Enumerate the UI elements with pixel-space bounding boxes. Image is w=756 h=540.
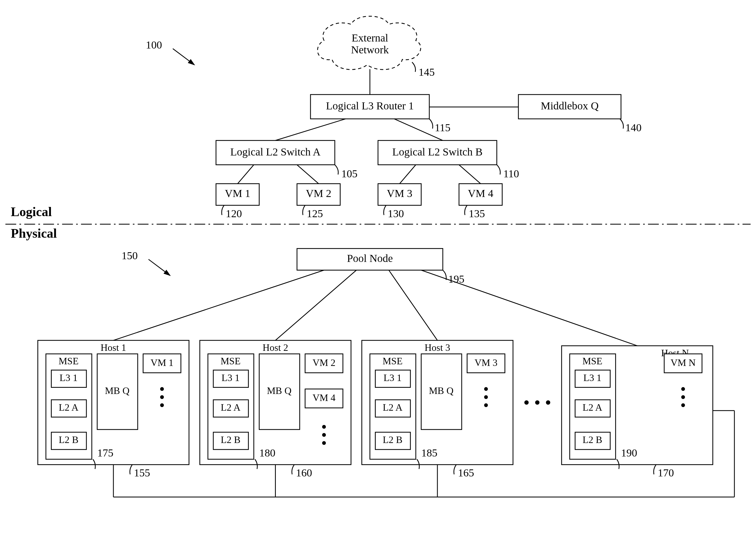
host-2-vmB-label: VM 4 [312,392,335,403]
svg-point-34 [681,403,685,407]
edge-pool-h1 [113,270,324,340]
section-logical-label: Logical [11,204,52,219]
host-2-l3-label: L3 1 [222,372,240,383]
host-2-mb-label: MB Q [267,385,291,396]
ref-105: 105 [341,168,357,180]
host-3-l3-label: L3 1 [383,372,401,383]
host-2-l2a-label: L2 A [221,402,241,413]
switch-a-label: Logical L2 Switch A [230,146,320,158]
ref-140: 140 [625,121,642,134]
svg-point-25 [546,400,550,405]
external-network-l2: Network [351,44,389,56]
ref-135-tick [465,205,467,215]
middlebox-label: Middlebox Q [541,100,599,112]
edge-router-swA [275,119,346,140]
ref-120: 120 [226,207,242,219]
ref-100: 100 [146,39,162,51]
svg-point-11 [322,425,326,429]
edge-swB-vm3 [400,165,416,184]
host-1: Host 1 MSE L3 1 L2 A L2 B MB Q VM 1 [38,340,189,465]
host-n-l2b-label: L2 B [583,434,602,445]
host-3: Host 3 MSE L3 1 L2 A L2 B MB Q VM 3 [362,340,513,465]
ref-135: 135 [469,207,485,219]
host-1-l2b-label: L2 B [59,434,78,445]
svg-point-1 [160,387,164,391]
edge-swA-vm1 [238,165,254,184]
ref-170: 170 [658,467,674,479]
vm1-label: VM 1 [225,187,251,200]
host-3-l2b-label: L2 B [383,434,402,445]
diagram-canvas: Logical Physical 100 External Network 14… [0,0,756,540]
svg-point-3 [160,403,164,407]
svg-point-24 [535,400,539,405]
ref-125: 125 [307,207,323,219]
host-n-mse-label: MSE [582,356,602,366]
host-n-l2a-label: L2 A [583,402,602,413]
pool-node-label: Pool Node [347,252,393,264]
switch-b-label: Logical L2 Switch B [392,146,483,158]
ref-190: 190 [621,447,637,459]
host-3-vm-label: VM 3 [475,357,497,368]
host-1-l3-label: L3 1 [59,372,77,383]
ref-110-tick [497,165,500,175]
ref-155: 155 [134,467,150,479]
ref-145: 145 [418,66,435,78]
vm2-label: VM 2 [306,187,332,200]
svg-point-33 [681,395,685,399]
host-n-l3-label: L3 1 [583,372,601,383]
vm3-label: VM 3 [387,187,412,200]
edge-swB-vm4 [459,165,481,184]
ref-150: 150 [122,249,138,262]
host-2: Host 2 MSE L3 1 L2 A L2 B MB Q VM 2 VM 4 [200,340,351,465]
ref-180: 180 [259,447,275,459]
host-3-title: Host 3 [424,342,450,353]
ref-150-arrow [149,259,170,275]
edge-pool-h3 [389,270,437,340]
ref-160-tick [292,465,294,474]
ref-130: 130 [388,207,404,219]
ref-125-tick [303,205,305,215]
ref-115: 115 [435,121,451,134]
edge-swA-vm2 [297,165,319,184]
logical-router-label: Logical L3 Router 1 [326,100,414,112]
host-1-mse-label: MSE [59,356,79,366]
ref-160: 160 [296,467,312,479]
ref-165: 165 [458,467,474,479]
vm4-label: VM 4 [468,187,493,200]
external-network-l1: External [352,32,388,44]
host-2-l2b-label: L2 B [221,434,241,445]
ref-140-tick [620,119,623,129]
svg-point-22 [484,395,488,399]
ref-120-tick [222,205,224,215]
section-physical-label: Physical [11,226,57,240]
host-2-mse-label: MSE [221,356,241,366]
svg-point-2 [160,395,164,399]
host-3-mb-label: MB Q [429,385,453,396]
svg-point-13 [322,441,326,445]
host-3-l2a-label: L2 A [383,402,402,413]
ref-185: 185 [421,447,437,459]
svg-point-23 [484,403,488,407]
svg-point-21 [484,387,488,391]
host-1-l2a-label: L2 A [59,402,78,413]
ref-105-tick [335,165,338,175]
ref-170-tick [654,465,656,474]
host-2-vmA-label: VM 2 [312,357,335,368]
ref-165-tick [454,465,456,474]
svg-point-12 [322,433,326,437]
ref-110: 110 [503,168,519,180]
ref-100-arrow [173,49,194,65]
ref-175: 175 [97,447,113,459]
ref-145-tick [412,62,416,72]
svg-point-32 [681,387,685,391]
ref-130-tick [384,205,386,215]
ref-195: 195 [448,273,464,285]
host-1-mb-label: MB Q [105,385,129,396]
edge-pool-h2 [275,270,357,340]
hosts-ellipsis [524,400,529,405]
host-3-mse-label: MSE [383,356,403,366]
host-1-vm-label: VM 1 [151,357,173,368]
edge-pool-hN [421,270,637,346]
ref-115-tick [429,119,433,129]
host-n-vm-label: VM N [671,357,696,368]
